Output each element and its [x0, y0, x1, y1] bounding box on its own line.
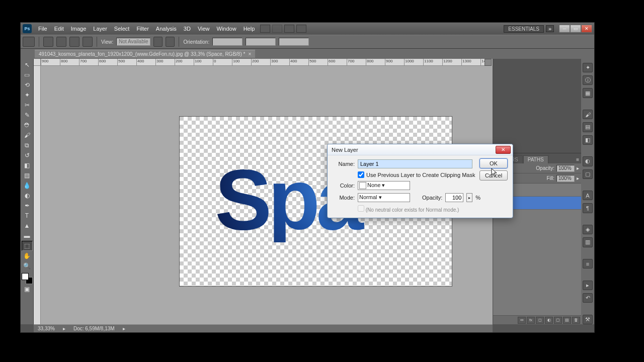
dialog-opacity-input[interactable]	[445, 193, 463, 202]
navigator-panel-icon[interactable]: ✦	[583, 63, 593, 72]
pen-tool[interactable]: ✒	[22, 201, 33, 211]
status-flyout-icon[interactable]: ▸	[123, 326, 125, 331]
menu-file[interactable]: File	[35, 26, 51, 32]
document-info[interactable]: Doc: 6,59M/8,13M	[73, 326, 115, 331]
paragraph-panel-icon[interactable]: ¶	[583, 203, 593, 213]
dodge-tool[interactable]: ◐	[22, 191, 33, 201]
mode-select[interactable]: Normal ▾	[358, 193, 410, 202]
adjustments-panel-icon[interactable]: ◐	[583, 156, 593, 166]
crop-tool[interactable]: ✂	[22, 100, 33, 110]
scrollbar-arrow-icon[interactable]	[485, 59, 492, 66]
delete-layer-icon[interactable]: 🗑	[572, 317, 580, 324]
opacity-flyout-icon[interactable]: ▸	[577, 165, 579, 171]
minimize-button[interactable]: ─	[559, 25, 570, 33]
ruler-tool-icon[interactable]	[56, 37, 66, 47]
layer-mask-icon[interactable]: ◻	[536, 317, 544, 324]
launch-bridge-button[interactable]	[260, 25, 270, 33]
orientation-field-1[interactable]	[212, 38, 243, 46]
straighten-icon[interactable]	[69, 37, 79, 47]
type-tool[interactable]: T	[22, 211, 33, 221]
swatches-panel-icon[interactable]: ▤	[583, 122, 593, 132]
layer-style-icon[interactable]: fx	[527, 317, 535, 324]
move-tool[interactable]: ↖	[22, 60, 33, 70]
3d-panel-icon[interactable]: ◈	[583, 225, 593, 234]
info-panel-icon[interactable]: ⓘ	[583, 75, 593, 85]
ok-button[interactable]: OK	[479, 158, 508, 168]
document-tab[interactable]: 491043_kosmos_planeta_fon_1920x1200_(www…	[35, 50, 255, 58]
color-select[interactable]: None ▾	[358, 181, 410, 190]
menu-edit[interactable]: Edit	[51, 26, 67, 32]
menu-view[interactable]: View	[194, 26, 213, 32]
menu-analysis[interactable]: Analysis	[152, 26, 180, 32]
workspace-switcher[interactable]: ESSENTIALS	[504, 25, 544, 33]
ruler-origin[interactable]	[34, 59, 41, 66]
brush-tool[interactable]: 🖌	[22, 130, 33, 140]
character-panel-icon[interactable]: A	[583, 191, 593, 200]
document-close-icon[interactable]: ×	[248, 51, 251, 57]
hand-tool[interactable]: ✋	[22, 251, 33, 261]
opacity-stepper-icon[interactable]: ▸	[466, 193, 472, 202]
fill-field[interactable]: 100%	[556, 175, 575, 182]
orientation-field-2[interactable]	[246, 38, 276, 46]
path-select-tool[interactable]: ▲	[22, 221, 33, 231]
history-panel-icon[interactable]: ↶	[583, 293, 593, 303]
shape-tool[interactable]: ▬	[22, 231, 33, 241]
fill-flyout-icon[interactable]: ▸	[577, 175, 579, 181]
screen-mode-button[interactable]	[284, 25, 294, 33]
menu-help[interactable]: Help	[240, 26, 259, 32]
adjustment-layer-icon[interactable]: ◐	[545, 317, 553, 324]
orientation-field-3[interactable]	[279, 38, 309, 46]
3d-tool[interactable]: ⬚	[22, 241, 33, 251]
close-button[interactable]: ✕	[581, 25, 592, 33]
maximize-button[interactable]: ▭	[570, 25, 581, 33]
dialog-close-button[interactable]: ✕	[496, 146, 511, 154]
opacity-field[interactable]: 100%	[556, 165, 575, 172]
menu-window[interactable]: Window	[213, 26, 240, 32]
lasso-tool[interactable]: ⟲	[22, 80, 33, 90]
menu-3d[interactable]: 3D	[180, 26, 194, 32]
dialog-titlebar[interactable]: New Layer ✕	[328, 144, 513, 155]
view-toggle2-icon[interactable]	[166, 37, 175, 47]
view-field[interactable]: Not Available	[116, 38, 150, 46]
eraser-tool[interactable]: ◧	[22, 160, 33, 170]
clear-icon[interactable]	[83, 37, 93, 47]
marquee-tool[interactable]: ▭	[22, 70, 33, 80]
quick-select-tool[interactable]: ✦	[22, 90, 33, 100]
layer-group-icon[interactable]: ▢	[554, 317, 562, 324]
foreground-color-swatch[interactable]	[22, 273, 29, 280]
healing-brush-tool[interactable]: ⛑	[22, 120, 33, 130]
gradient-tool[interactable]: ▤	[22, 170, 33, 180]
clone-stamp-tool[interactable]: ⧉	[22, 140, 33, 150]
measurement-scale-icon[interactable]	[43, 37, 53, 47]
menu-image[interactable]: Image	[67, 26, 90, 32]
styles-panel-icon[interactable]: ◧	[583, 135, 593, 145]
menu-layer[interactable]: Layer	[90, 26, 111, 32]
tab-paths[interactable]: PATHS	[523, 155, 548, 163]
blur-tool[interactable]: 💧	[22, 180, 33, 191]
vertical-ruler[interactable]	[34, 66, 41, 324]
menu-select[interactable]: Select	[111, 26, 133, 32]
masks-panel-icon[interactable]: ▢	[583, 169, 593, 179]
arrange-documents-button[interactable]	[296, 25, 306, 33]
name-input[interactable]	[358, 159, 472, 168]
quick-mask-toggle[interactable]: ▣	[22, 284, 33, 294]
eyedropper-tool[interactable]: ✎	[22, 110, 33, 120]
color-swatches[interactable]	[22, 273, 33, 284]
view-extras-button[interactable]	[272, 25, 282, 33]
view-toggle-icon[interactable]	[153, 37, 163, 47]
expand-workspaces-icon[interactable]: »	[546, 25, 554, 32]
histogram-panel-icon[interactable]: ▥	[583, 237, 593, 247]
current-tool-preset-icon[interactable]	[23, 37, 35, 47]
color-panel-icon[interactable]: ▦	[583, 88, 593, 98]
actions-panel-icon[interactable]: ▸	[583, 281, 593, 290]
zoom-level[interactable]: 33,33%	[38, 326, 55, 331]
layers-panel-icon[interactable]: ≡	[583, 259, 593, 268]
panel-menu-icon[interactable]: ≡	[574, 156, 581, 163]
menu-filter[interactable]: Filter	[133, 26, 152, 32]
tool-presets-panel-icon[interactable]: ⚒	[583, 315, 593, 324]
link-layers-icon[interactable]: ⇔	[518, 317, 526, 324]
new-layer-icon[interactable]: ▤	[563, 317, 571, 324]
brushes-panel-icon[interactable]: 🖌	[583, 110, 593, 119]
zoom-tool[interactable]: 🔍	[22, 261, 33, 271]
history-brush-tool[interactable]: ↺	[22, 150, 33, 160]
